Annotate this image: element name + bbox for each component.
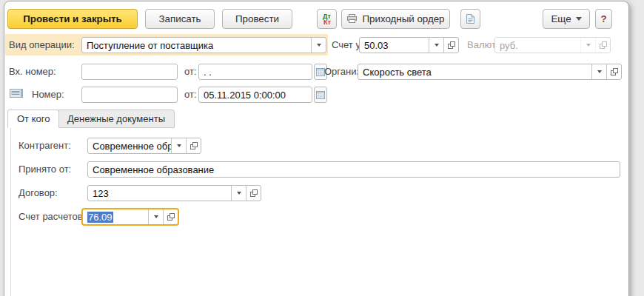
- settlement-account-field[interactable]: 76.09: [81, 208, 179, 226]
- help-button[interactable]: ?: [595, 9, 612, 29]
- dropdown-arrow-icon: [177, 144, 181, 147]
- dropdown-arrow-icon: [237, 192, 241, 195]
- operation-type-value: Поступление от поставщика: [82, 38, 311, 53]
- counterparty-open-button[interactable]: [186, 138, 201, 153]
- account-field[interactable]: 50.03: [359, 37, 459, 53]
- account-dropdown-button[interactable]: [429, 38, 443, 53]
- save-label: Записать: [159, 13, 201, 24]
- dropdown-arrow-icon: [597, 70, 602, 73]
- document-icon-button[interactable]: [460, 9, 480, 29]
- currency-value: руб.: [495, 38, 580, 53]
- tab-from-whom[interactable]: От кого: [7, 110, 59, 128]
- accepted-from-input[interactable]: [87, 161, 620, 178]
- document-date-input[interactable]: [198, 87, 312, 103]
- settlement-account-dropdown-button[interactable]: [148, 209, 163, 224]
- receipt-order-button[interactable]: Приходный ордер: [341, 9, 450, 29]
- counterparty-field[interactable]: Современное образование: [87, 138, 201, 154]
- date-label: от:: [184, 87, 197, 103]
- document-page-icon: [466, 14, 474, 24]
- contract-dropdown-button[interactable]: [231, 186, 246, 201]
- organization-open-button[interactable]: [606, 64, 621, 79]
- contract-field[interactable]: 123: [87, 185, 261, 201]
- post-and-close-label: Провести и закрыть: [23, 13, 122, 24]
- dt-kt-icon: Дт Кт: [323, 13, 331, 25]
- account-open-button[interactable]: [443, 38, 458, 53]
- incoming-date-input[interactable]: . .: [198, 64, 312, 80]
- open-picker-icon: [250, 189, 258, 197]
- operation-type-select[interactable]: Поступление от поставщика: [81, 37, 326, 53]
- save-button[interactable]: Записать: [145, 9, 215, 29]
- document-icon: [10, 88, 23, 99]
- currency-dropdown-button: [580, 38, 595, 53]
- accepted-from-label: Принято от:: [19, 161, 71, 178]
- incoming-date-placeholder: . .: [199, 64, 312, 79]
- counterparty-value: Современное образование: [88, 138, 171, 153]
- tab-money-documents-label: Денежные документы: [67, 113, 165, 124]
- incoming-number-label: Вх. номер:: [9, 64, 56, 80]
- contract-open-button[interactable]: [246, 186, 261, 201]
- organization-dropdown-button[interactable]: [591, 64, 606, 79]
- dropdown-arrow-icon: [154, 215, 158, 218]
- open-picker-icon: [167, 213, 175, 221]
- open-picker-icon: [600, 41, 607, 49]
- printer-icon: [346, 14, 358, 24]
- open-picker-icon: [190, 142, 198, 149]
- settlement-account-value: 76.09: [87, 212, 113, 223]
- contract-label: Договор:: [19, 185, 58, 201]
- currency-field: руб.: [494, 37, 611, 53]
- contract-value: 123: [88, 186, 231, 201]
- counterparty-dropdown-button[interactable]: [171, 138, 186, 153]
- dropdown-arrow-icon: [435, 44, 439, 47]
- operation-dropdown-button[interactable]: [311, 38, 326, 53]
- tab-from-whom-label: От кого: [17, 113, 50, 124]
- account-value: 50.03: [360, 38, 429, 53]
- incoming-date-label: от:: [184, 64, 197, 80]
- organization-field[interactable]: Скорость света: [358, 64, 622, 80]
- settlement-account-label: Счет расчетов:: [19, 209, 85, 225]
- kt-label: Кт: [323, 19, 331, 25]
- tab-panel-edge: [10, 128, 11, 296]
- chevron-down-icon: [576, 17, 582, 21]
- post-and-close-button[interactable]: Провести и закрыть: [7, 9, 138, 29]
- settlement-account-open-button[interactable]: [163, 209, 178, 224]
- open-picker-icon: [448, 41, 455, 49]
- organization-value: Скорость света: [358, 64, 591, 79]
- number-label: Номер:: [32, 87, 64, 103]
- currency-open-button: [595, 38, 610, 53]
- document-form-page: Провести и закрыть Записать Провести Дт …: [0, 0, 644, 296]
- more-label: Еще: [551, 13, 571, 24]
- help-label: ?: [600, 13, 606, 24]
- document-date-calendar-button[interactable]: [314, 87, 327, 103]
- number-input[interactable]: [81, 87, 178, 103]
- more-button[interactable]: Еще: [543, 9, 590, 29]
- calendar-icon: [316, 90, 325, 99]
- receipt-order-label: Приходный ордер: [362, 13, 444, 24]
- dropdown-arrow-icon: [317, 44, 321, 47]
- post-label: Провести: [235, 13, 279, 24]
- counterparty-label: Контрагент:: [19, 138, 71, 154]
- post-button[interactable]: Провести: [222, 9, 292, 29]
- open-picker-icon: [611, 68, 618, 75]
- dt-kt-postings-button[interactable]: Дт Кт: [317, 9, 337, 29]
- tab-money-documents[interactable]: Денежные документы: [58, 110, 175, 128]
- settlement-account-value-wrap: 76.09: [83, 209, 148, 224]
- dropdown-arrow-icon: [586, 44, 591, 47]
- incoming-number-input[interactable]: [81, 64, 178, 80]
- operation-type-label: Вид операции:: [9, 37, 75, 53]
